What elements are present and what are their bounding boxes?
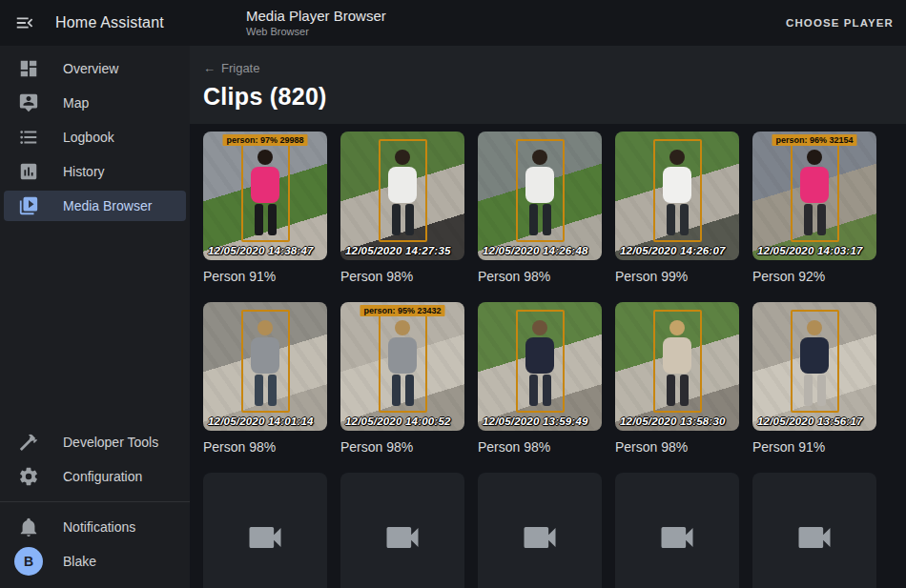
sidebar-item-history[interactable]: History — [4, 156, 186, 187]
detection-bbox — [653, 139, 702, 242]
sidebar-item-label: Map — [63, 95, 89, 111]
clip-card[interactable]: 12/05/2020 14:01:14 Person 98% — [203, 302, 327, 455]
detection-label: person: 96% 32154 — [772, 134, 856, 146]
media-header: Media Player Browser Web Browser — [246, 8, 386, 38]
sidebar-item-label: Logbook — [63, 130, 114, 145]
clip-card[interactable]: 12/05/2020 13:56:17 Person 91% — [752, 302, 876, 455]
video-camera-icon — [793, 517, 835, 558]
detection-bbox — [516, 139, 565, 242]
clip-thumbnail: 12/05/2020 14:26:48 — [478, 132, 602, 260]
sidebar-item-label: Developer Tools — [63, 435, 158, 450]
detection-bbox — [241, 139, 290, 242]
clip-timestamp: 12/05/2020 14:00:52 — [345, 416, 463, 427]
detection-bbox — [791, 310, 839, 413]
clip-caption: Person 99% — [615, 269, 739, 284]
clip-card[interactable]: person: 95% 23432 12/05/2020 14:00:52 Pe… — [340, 302, 464, 455]
detection-bbox — [379, 310, 427, 413]
folder-card-last-month[interactable]: Last Month (318) — [615, 473, 739, 588]
clip-thumbnail: person: 95% 23432 12/05/2020 14:00:52 — [340, 302, 464, 431]
clip-caption: Person 98% — [203, 439, 327, 455]
clip-card[interactable]: person: 97% 29988 12/05/2020 14:38:47 Pe… — [203, 132, 327, 284]
clip-card[interactable]: 12/05/2020 14:27:35 Person 98% — [340, 132, 464, 284]
clip-caption: Person 92% — [752, 269, 876, 284]
sidebar-item-configuration[interactable]: Configuration — [4, 461, 186, 492]
clip-card[interactable]: 12/05/2020 14:26:07 Person 99% — [615, 132, 739, 284]
clip-timestamp: 12/05/2020 14:27:35 — [345, 245, 463, 256]
clip-caption: Person 98% — [340, 269, 464, 284]
folder-card-yesterday[interactable]: Yesterday (209) — [340, 473, 464, 588]
video-camera-icon — [656, 517, 698, 558]
sidebar-item-notifications[interactable]: Notifications — [4, 512, 186, 542]
sidebar-item-map[interactable]: Map — [4, 88, 186, 118]
clip-thumbnail: 12/05/2020 14:01:14 — [203, 302, 327, 431]
sidebar-spacer — [0, 223, 190, 425]
sidebar-divider — [0, 501, 190, 502]
clip-card[interactable]: 12/05/2020 13:59:49 Person 98% — [478, 302, 602, 455]
clips-grid: person: 97% 29988 12/05/2020 14:38:47 Pe… — [190, 124, 906, 588]
sidebar-item-profile[interactable]: B Blake — [4, 546, 186, 577]
sidebar-item-label: History — [63, 164, 105, 179]
sidebar-item-label: Overview — [63, 61, 118, 76]
hammer-icon — [17, 431, 40, 454]
gear-icon — [17, 465, 40, 488]
sidebar-item-media-browser[interactable]: Media Browser — [4, 191, 186, 221]
detection-bbox — [791, 139, 839, 242]
clip-thumbnail: person: 97% 29988 12/05/2020 14:38:47 — [203, 132, 327, 260]
user-name: Blake — [63, 554, 96, 569]
folder-thumbnail — [203, 473, 327, 588]
clip-thumbnail: 12/05/2020 13:56:17 — [752, 302, 876, 431]
view-dashboard-icon — [17, 57, 40, 80]
clip-card[interactable]: 12/05/2020 14:26:48 Person 98% — [478, 132, 602, 284]
bell-icon — [17, 516, 40, 538]
detection-bbox — [241, 310, 290, 413]
detection-bbox — [379, 139, 427, 242]
clip-thumbnail: 12/05/2020 14:27:35 — [340, 132, 464, 260]
play-box-multiple-icon — [17, 194, 40, 217]
avatar: B — [14, 547, 43, 576]
clip-caption: Person 98% — [615, 439, 739, 455]
clip-caption: Person 98% — [340, 439, 464, 455]
sidebar-item-label: Configuration — [63, 469, 142, 484]
clip-timestamp: 12/05/2020 13:58:30 — [620, 416, 737, 427]
detection-label: person: 97% 29988 — [222, 134, 307, 146]
clip-thumbnail: 12/05/2020 14:26:07 — [615, 132, 739, 260]
clip-caption: Person 91% — [203, 269, 327, 284]
clip-caption: Person 98% — [478, 439, 602, 455]
app-title: Home Assistant — [55, 14, 164, 31]
folder-card-this-month[interactable]: This Month (502) — [478, 473, 602, 588]
clip-timestamp: 12/05/2020 14:26:07 — [620, 245, 737, 256]
folder-thumbnail — [340, 473, 464, 588]
sidebar-item-developer-tools[interactable]: Developer Tools — [4, 427, 186, 457]
detection-bbox — [653, 310, 702, 413]
sidebar-toggle-button[interactable] — [6, 4, 44, 42]
folder-card-back[interactable]: Back (427) — [752, 473, 876, 588]
video-camera-icon — [381, 517, 423, 558]
clip-timestamp: 12/05/2020 14:03:17 — [757, 245, 875, 256]
app-bar-left: Home Assistant — [0, 4, 190, 42]
menu-open-icon — [14, 12, 35, 33]
sidebar: Overview Map Logbook History Media Brows… — [0, 46, 190, 588]
media-browser-content: ← Frigate Clips (820) person: 97% 29988 … — [190, 46, 906, 588]
chart-box-icon — [17, 160, 40, 183]
clip-card[interactable]: person: 96% 32154 12/05/2020 14:03:17 Pe… — [752, 132, 876, 284]
clip-thumbnail: 12/05/2020 13:58:30 — [615, 302, 739, 431]
tooltip-account-icon — [17, 91, 40, 114]
clip-caption: Person 98% — [478, 269, 602, 284]
detection-bbox — [516, 310, 565, 413]
back-arrow-icon: ← — [203, 61, 216, 75]
folder-card-today[interactable]: Today (164) — [203, 473, 327, 588]
clip-timestamp: 12/05/2020 13:59:49 — [483, 416, 600, 427]
video-camera-icon — [519, 517, 561, 558]
sidebar-item-overview[interactable]: Overview — [4, 53, 186, 84]
clip-timestamp: 12/05/2020 14:01:14 — [208, 416, 325, 427]
format-list-bulleted-icon — [17, 126, 40, 149]
breadcrumb-back[interactable]: ← Frigate — [203, 61, 259, 75]
app-bar: Home Assistant Media Player Browser Web … — [0, 0, 906, 46]
media-header-subtitle: Web Browser — [246, 26, 386, 38]
choose-player-button[interactable]: CHOOSE PLAYER — [786, 17, 894, 29]
clip-card[interactable]: 12/05/2020 13:58:30 Person 98% — [615, 302, 739, 455]
sidebar-item-label: Notifications — [63, 519, 135, 535]
page-title: Clips (820) — [203, 83, 906, 111]
folder-thumbnail — [752, 473, 876, 588]
sidebar-item-logbook[interactable]: Logbook — [4, 122, 186, 152]
